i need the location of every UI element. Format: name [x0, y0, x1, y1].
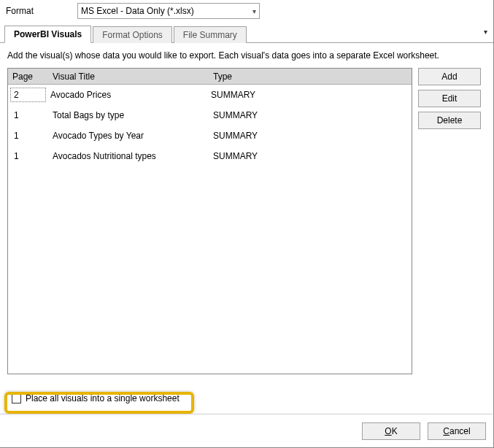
table-row[interactable]: 1 Total Bags by type SUMMARY	[8, 105, 412, 125]
table-row[interactable]: 1 Avocado Types by Year SUMMARY	[8, 125, 412, 146]
format-row: Format MS Excel - Data Only (*.xlsx) ▾	[0, 0, 493, 25]
chevron-down-icon: ▾	[252, 7, 256, 15]
cell-type: SUMMARY	[209, 131, 412, 141]
col-header-page: Page	[8, 72, 48, 82]
cell-page-editing[interactable]: 2	[10, 88, 46, 102]
cell-type: SUMMARY	[209, 151, 412, 161]
instruction-text: Add the visual(s) whose data you would l…	[7, 50, 486, 61]
cell-page: 1	[8, 151, 48, 161]
ok-label-u: O	[385, 426, 391, 436]
add-button[interactable]: Add	[418, 68, 481, 85]
dialog-footer: OK Cancel	[362, 422, 486, 440]
edit-button[interactable]: Edit	[418, 90, 481, 107]
tab-format-options[interactable]: Format Options	[93, 26, 172, 43]
export-dialog: Format MS Excel - Data Only (*.xlsx) ▾ P…	[0, 0, 494, 448]
tab-file-summary[interactable]: File Summary	[174, 26, 247, 43]
main-row: Page Visual Title Type 2 Avocado Prices …	[7, 68, 486, 374]
tab-strip: PowerBI Visuals Format Options File Summ…	[0, 25, 493, 43]
side-button-column: Add Edit Delete	[418, 68, 481, 374]
cancel-button[interactable]: Cancel	[428, 422, 486, 440]
cell-title: Total Bags by type	[48, 110, 209, 120]
footer-divider	[0, 414, 493, 415]
table-header: Page Visual Title Type	[8, 69, 412, 85]
table-row[interactable]: 2 Avocado Prices SUMMARY	[8, 85, 412, 105]
tab-content: Add the visual(s) whose data you would l…	[0, 43, 493, 374]
ok-button[interactable]: OK	[362, 422, 420, 440]
tab-powerbi-visuals[interactable]: PowerBI Visuals	[4, 26, 91, 43]
cancel-label-post: ancel	[449, 426, 471, 436]
cell-type: SUMMARY	[209, 110, 412, 120]
cell-title: Avocados Nutritional types	[48, 151, 209, 161]
cell-type: SUMMARY	[207, 90, 412, 100]
ok-label-post: K	[392, 426, 398, 436]
cell-title: Avocado Prices	[46, 90, 207, 100]
delete-button[interactable]: Delete	[418, 112, 481, 129]
tab-overflow-icon[interactable]: ▾	[484, 28, 487, 36]
col-header-type: Type	[209, 72, 412, 82]
cell-page: 1	[8, 110, 48, 120]
cell-title: Avocado Types by Year	[48, 131, 209, 141]
format-select[interactable]: MS Excel - Data Only (*.xlsx) ▾	[77, 3, 260, 19]
col-header-title: Visual Title	[48, 72, 209, 82]
table-row[interactable]: 1 Avocados Nutritional types SUMMARY	[8, 146, 412, 166]
checkbox-label: Place all visuals into a single workshee…	[26, 393, 180, 403]
format-label: Format	[6, 6, 72, 16]
checkbox-icon[interactable]	[12, 394, 21, 403]
single-worksheet-checkbox-row[interactable]: Place all visuals into a single workshee…	[12, 393, 180, 403]
cell-page: 1	[8, 131, 48, 141]
visuals-table: Page Visual Title Type 2 Avocado Prices …	[7, 68, 412, 374]
format-select-value: MS Excel - Data Only (*.xlsx)	[81, 6, 252, 16]
cancel-label-u: C	[443, 426, 449, 436]
